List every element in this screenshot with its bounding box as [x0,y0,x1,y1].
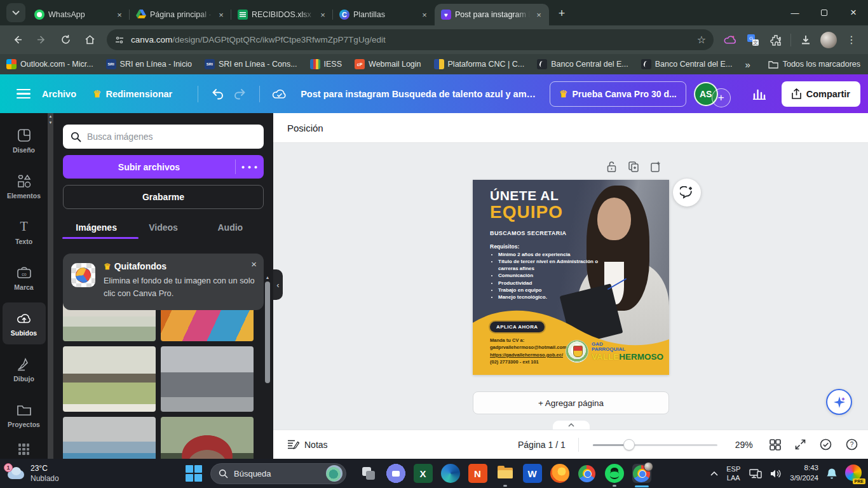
minimize-button[interactable]: — [780,0,810,25]
spotify-app-icon[interactable] [605,464,624,483]
zoom-slider-handle[interactable] [623,439,635,451]
bookmark-star-icon[interactable]: ☆ [697,34,706,46]
add-page-icon[interactable] [650,161,661,173]
close-icon[interactable]: × [419,10,430,20]
url-text[interactable]: canva.com/design/DAGPtQptQRc/ikwPfCtpe3R… [131,35,697,44]
uploaded-photo-thumbnail[interactable] [63,346,156,412]
design-title[interactable]: Post para instagram Busqueda de talento … [301,89,539,99]
duplicate-page-icon[interactable] [628,161,639,173]
sidebar-item-dibujo[interactable]: Dibujo [3,348,46,390]
tab-whatsapp[interactable]: WhatsApp × [28,4,130,25]
close-icon[interactable]: × [534,10,544,20]
weather-widget[interactable]: 1 23°C Nublado [6,463,59,484]
forward-button[interactable] [31,30,51,50]
sidebar-item-subidos[interactable]: Subidos [3,302,46,344]
record-me-button[interactable]: Grabarme [63,185,264,209]
tab-videos[interactable]: Videos [130,216,196,239]
word-app-icon[interactable]: W [523,464,542,483]
bookmark-iess[interactable]: IESS [310,59,342,69]
lock-icon[interactable] [606,161,617,173]
bookmark-webmail[interactable]: cPWebmail Login [355,59,421,69]
sidebar-item-proyectos[interactable]: Proyectos [3,394,46,436]
uploaded-photo-thumbnail[interactable] [63,417,156,459]
bookmark-bce-2[interactable]: Banco Central del E... [641,59,733,69]
back-button[interactable] [7,30,27,50]
chrome-profile-app-active[interactable] [632,464,651,483]
uploaded-photo-thumbnail[interactable] [161,417,254,459]
redo-button[interactable] [229,83,250,105]
search-input[interactable] [87,132,256,142]
apps-grid-icon[interactable] [18,444,30,455]
close-icon[interactable]: × [114,10,125,20]
reload-button[interactable] [55,30,76,50]
bookmark-cnc[interactable]: Plataforma CNC | C... [434,59,525,69]
tab-search-button[interactable] [6,3,25,22]
share-button[interactable]: Compartir [782,81,860,107]
bookmark-outlook[interactable]: Outlook.com - Micr... [6,59,93,69]
notes-button[interactable]: Notas [287,439,328,450]
position-button[interactable]: Posición [287,123,323,133]
excel-app-icon[interactable]: X [414,464,433,483]
bookmarks-overflow-chevron[interactable]: » [745,59,750,70]
all-bookmarks-button[interactable]: Todos los marcadores [768,60,860,69]
nitro-pdf-app-icon[interactable]: N [468,464,487,483]
add-comment-button[interactable] [673,179,701,207]
browser-menu-icon[interactable]: ⋮ [842,30,861,50]
sidebar-item-elementos[interactable]: Elementos [3,165,46,207]
grid-view-icon[interactable] [770,439,781,451]
archivo-menu[interactable]: Archivo [42,89,76,99]
browser-profile-avatar[interactable] [819,30,838,50]
panel-scrollbar[interactable]: ▲ ▼ [48,113,53,459]
close-window-button[interactable]: × [839,0,868,25]
close-icon[interactable]: × [318,10,328,20]
zoom-slider[interactable] [593,439,717,451]
copilot-icon[interactable]: PRE [845,464,863,482]
taskbar-search[interactable]: Búsqueda [210,463,346,484]
firefox-app-icon[interactable] [550,464,569,483]
add-member-button[interactable]: + [712,88,731,107]
upload-more-options[interactable]: ● ● ● [236,164,264,170]
address-bar[interactable]: canva.com/design/DAGPtQptQRc/ikwPfCtpe3R… [107,29,714,50]
close-icon[interactable]: × [251,259,257,269]
extension-weather-icon[interactable] [721,30,740,50]
close-icon[interactable]: × [216,10,226,20]
clock[interactable]: 8:43 3/9/2024 [790,463,818,483]
magic-assistant-button[interactable] [826,389,852,415]
language-indicator[interactable]: ESP LAA [726,464,740,483]
cloud-saved-icon[interactable] [269,83,290,105]
home-button[interactable] [79,30,100,50]
check-circle-icon[interactable] [820,438,832,451]
volume-icon[interactable] [770,469,782,478]
upload-files-button[interactable]: Subir archivos ● ● ● [63,155,264,179]
chat-app-icon[interactable] [386,464,405,483]
network-icon[interactable] [749,468,762,479]
tab-sheets[interactable]: RECIBIDOS.xlsx - Hojas de cá × [231,4,333,25]
sidebar-item-diseno[interactable]: Diseño [3,119,46,161]
tab-canva-design-active[interactable]: ♥ Post para instagram Busque × [435,4,549,25]
bookmark-sri-inicio[interactable]: SRISRI en Línea - Inicio [106,59,192,69]
fullscreen-icon[interactable] [795,439,806,450]
hamburger-menu-icon[interactable] [17,89,31,99]
tab-imagenes[interactable]: Imágenes [63,216,130,239]
insights-chart-icon[interactable] [749,83,770,105]
bookmark-sri-consultas[interactable]: SRISRI en Línea - Cons... [205,59,297,69]
panel-collapse-chevron[interactable]: ‹ [273,269,283,300]
uploads-list-scrollbar[interactable]: ▲ [265,275,270,459]
bookmark-bce-1[interactable]: Banco Central del E... [537,59,628,69]
undo-button[interactable] [207,83,229,105]
image-search-box[interactable] [63,125,264,149]
extensions-puzzle-icon[interactable] [766,30,785,50]
scrollbar-thumb[interactable] [265,281,270,383]
chrome-app-icon[interactable] [578,464,597,483]
translate-extension-icon[interactable]: G文 [743,30,763,50]
site-settings-icon[interactable] [114,35,125,45]
task-view-button[interactable] [359,464,378,483]
notification-bell-icon[interactable] [826,468,837,480]
file-explorer-icon[interactable] [496,464,515,483]
maximize-button[interactable] [810,0,839,25]
uploaded-photo-thumbnail[interactable] [161,346,254,412]
add-page-button[interactable]: + Agregar página [473,391,669,414]
canva-pro-trial-button[interactable]: ♛Prueba Canva Pro 30 d... [550,81,686,107]
tab-audio[interactable]: Audio [197,216,264,239]
redimensionar-menu[interactable]: ♛Redimensionar [93,88,172,100]
